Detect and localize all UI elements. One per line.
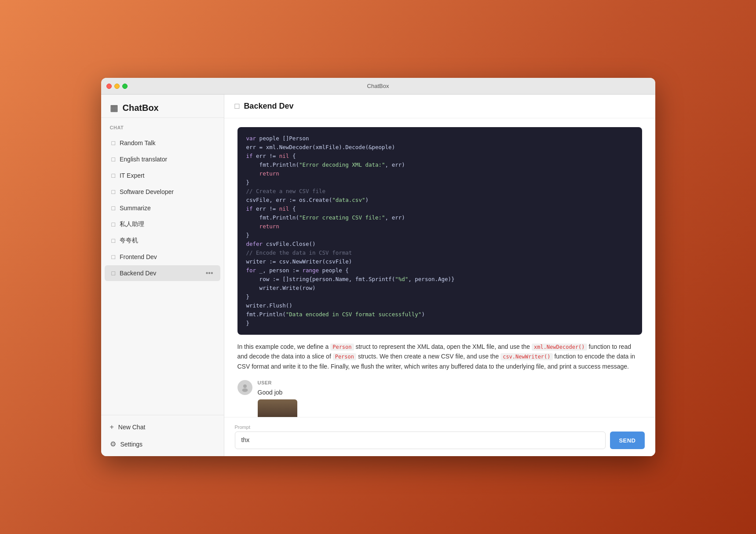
chat-icon: □ [112,270,115,277]
sidebar-item-software-developer[interactable]: □ Software Developer ••• [105,184,220,200]
sidebar-item-label: Software Developer [120,188,206,195]
code-block: var people []Person err = xml.NewDecoder… [237,127,642,335]
sidebar-item-label: Frontend Dev [120,253,206,260]
main-header-title: Backend Dev [244,102,293,111]
prompt-label: Prompt [235,424,645,430]
app-body: ▦ ChatBox CHAT □ Random Talk ••• □ Engli… [101,95,655,456]
chat-area[interactable]: var people []Person err = xml.NewDecoder… [224,118,655,417]
sidebar-item-label: English translator [120,156,206,163]
sidebar-item-label: 夸夸机 [120,237,206,245]
chat-header-icon: □ [235,102,240,111]
new-chat-button[interactable]: + New Chat [105,419,220,435]
sidebar-header: ▦ ChatBox [101,95,224,118]
more-options-icon[interactable]: ••• [206,269,213,277]
new-chat-label: New Chat [118,424,145,431]
gear-icon: ⚙ [110,440,116,448]
svg-point-0 [243,384,247,388]
prompt-input[interactable] [235,432,606,449]
main-header: □ Backend Dev [224,95,655,118]
sidebar-item-english-translator[interactable]: □ English translator ••• [105,151,220,167]
sidebar-nav: □ Random Talk ••• □ English translator •… [101,133,224,415]
prompt-input-row: SEND [235,432,645,449]
user-label: USER [258,380,297,385]
sidebar-item-kua-kuaji[interactable]: □ 夸夸机 ••• [105,233,220,249]
svg-point-1 [242,388,248,392]
sidebar-item-label: 私人助理 [120,220,206,228]
sidebar-item-frontend-dev[interactable]: □ Frontend Dev ••• [105,249,220,265]
chat-icon: □ [112,237,115,244]
close-button[interactable] [106,84,112,89]
chat-icon: □ [112,221,115,228]
sidebar-item-summarize[interactable]: □ Summarize ••• [105,200,220,216]
sidebar-item-random-talk[interactable]: □ Random Talk ••• [105,135,220,151]
traffic-lights [106,84,128,89]
chat-icon: □ [112,188,115,195]
user-text: Good job [258,389,297,396]
sidebar-item-backend-dev[interactable]: □ Backend Dev ••• [105,265,220,281]
sidebar-item-label: Backend Dev [120,270,206,277]
sidebar-item-label: Random Talk [120,139,206,146]
chat-icon: □ [112,172,115,179]
chat-icon: □ [112,253,115,260]
main-content: □ Backend Dev var people []Person err = … [224,95,655,456]
user-message: USER Good job [237,380,642,417]
sidebar: ▦ ChatBox CHAT □ Random Talk ••• □ Engli… [101,95,224,456]
prompt-area: Prompt SEND [224,417,655,456]
avatar [237,380,252,395]
sidebar-item-label: Summarize [120,205,206,212]
sidebar-item-it-expert[interactable]: □ IT Expert ••• [105,168,220,183]
chat-icon: □ [112,139,115,146]
chat-icon: □ [112,156,115,163]
plus-icon: + [110,423,114,431]
chat-icon: □ [112,205,115,212]
minimize-button[interactable] [114,84,120,89]
settings-button[interactable]: ⚙ Settings [105,435,220,453]
settings-label: Settings [121,441,143,448]
section-label: CHAT [101,118,224,133]
chatbox-logo-icon: ▦ [110,102,118,113]
app-window: ChatBox ▦ ChatBox CHAT □ Random Talk •••… [101,78,655,456]
sidebar-item-private-assistant[interactable]: □ 私人助理 ••• [105,216,220,232]
titlebar: ChatBox [101,78,655,95]
window-title: ChatBox [367,83,389,89]
user-message-content: USER Good job [258,380,297,417]
sidebar-footer: + New Chat ⚙ Settings [101,415,224,456]
maximize-button[interactable] [122,84,128,89]
description-text: In this example code, we define a Person… [237,342,642,371]
send-button[interactable]: SEND [610,432,644,449]
app-name: ChatBox [123,103,159,113]
user-image [258,399,297,417]
sidebar-item-label: IT Expert [120,172,206,179]
